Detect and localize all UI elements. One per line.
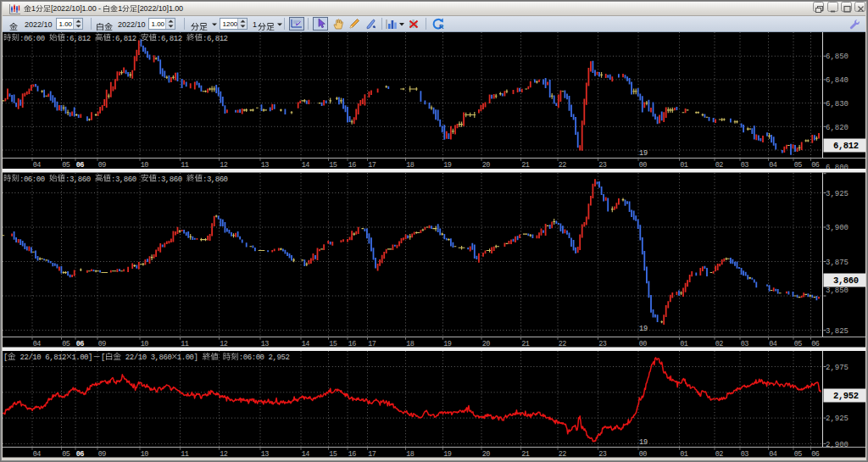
svg-text:04: 04: [33, 450, 42, 459]
svg-text:16: 16: [348, 340, 357, 348]
svg-text:6,840: 6,840: [826, 76, 849, 85]
svg-text:22: 22: [559, 161, 567, 170]
svg-text:12: 12: [220, 340, 228, 348]
svg-text:19: 19: [639, 149, 648, 158]
svg-text:05: 05: [794, 161, 803, 170]
svg-text:16: 16: [348, 161, 357, 170]
svg-text:19: 19: [443, 450, 452, 459]
svg-text:00: 00: [639, 161, 648, 170]
svg-text:20: 20: [482, 450, 491, 459]
svg-text:[: [: [101, 353, 105, 362]
svg-text:00: 00: [639, 340, 648, 348]
svg-text:04: 04: [33, 340, 42, 348]
svg-text:6,820: 6,820: [826, 124, 849, 132]
svg-text:14: 14: [302, 161, 310, 170]
svg-text:21: 21: [521, 450, 530, 459]
svg-text:21: 21: [521, 340, 530, 348]
svg-text::06:00: :06:00: [19, 175, 49, 184]
svg-text:05: 05: [794, 450, 803, 459]
svg-text:11: 11: [181, 161, 189, 170]
svg-text:04: 04: [769, 340, 777, 348]
svg-text:19: 19: [443, 161, 452, 170]
svg-text:10: 10: [141, 161, 149, 170]
svg-text:04: 04: [33, 161, 42, 170]
svg-text:1.00]: 1.00]: [177, 353, 203, 362]
svg-text:14: 14: [302, 340, 310, 348]
svg-text:02: 02: [715, 161, 724, 170]
svg-text:06: 06: [76, 450, 85, 459]
svg-text:13: 13: [261, 450, 270, 459]
svg-text:14: 14: [302, 450, 310, 459]
svg-text:2,952: 2,952: [833, 391, 859, 401]
svg-text::06:00: :06:00: [19, 35, 49, 43]
svg-text:06: 06: [76, 340, 85, 348]
svg-text:03: 03: [741, 340, 749, 348]
svg-text:15: 15: [329, 340, 337, 348]
svg-text:03: 03: [741, 450, 749, 459]
svg-text:19: 19: [443, 340, 452, 348]
svg-text:21: 21: [521, 161, 530, 170]
svg-text:3,860: 3,860: [833, 276, 859, 286]
svg-text:19: 19: [639, 438, 648, 447]
svg-text::6,812: :6,812: [157, 35, 186, 43]
svg-text:11: 11: [181, 340, 189, 348]
svg-text:6,850: 6,850: [826, 53, 849, 61]
svg-text:06: 06: [76, 161, 85, 170]
svg-text:17: 17: [368, 450, 376, 459]
svg-text:3,875: 3,875: [826, 259, 849, 267]
svg-text:1.00]: 1.00]: [71, 353, 92, 362]
svg-text:05: 05: [794, 340, 803, 348]
svg-text:06: 06: [811, 340, 820, 348]
svg-text:22: 22: [559, 450, 567, 459]
svg-text:05: 05: [62, 450, 70, 459]
svg-text:11: 11: [181, 450, 189, 459]
svg-text::6,812: :6,812: [111, 35, 141, 43]
svg-text:22: 22: [559, 340, 567, 348]
svg-text:01: 01: [680, 161, 688, 170]
svg-text:03: 03: [741, 161, 749, 170]
svg-text::6,812: :6,812: [203, 35, 228, 43]
svg-text:02: 02: [715, 340, 724, 348]
svg-text:2,925: 2,925: [826, 415, 849, 423]
svg-text:04: 04: [769, 450, 777, 459]
svg-text::3,860: :3,860: [65, 175, 95, 184]
svg-text:10: 10: [141, 340, 149, 348]
svg-text:23: 23: [598, 340, 607, 348]
svg-text:01: 01: [680, 340, 688, 348]
svg-text:16: 16: [348, 450, 357, 459]
svg-text:01: 01: [680, 450, 688, 459]
svg-text:17: 17: [368, 340, 376, 348]
svg-text:00: 00: [639, 450, 648, 459]
svg-text:12: 12: [220, 450, 228, 459]
svg-text:19: 19: [639, 325, 648, 333]
svg-text:22/10 6,812: 22/10 6,812: [16, 353, 67, 362]
svg-text:15: 15: [329, 450, 337, 459]
svg-text::3,860: :3,860: [111, 175, 141, 184]
svg-text:3,850: 3,850: [826, 287, 849, 295]
svg-text::6,812: :6,812: [65, 35, 95, 43]
svg-text:17: 17: [368, 161, 376, 170]
svg-text:18: 18: [406, 450, 415, 459]
svg-text:23: 23: [598, 161, 607, 170]
svg-text:6,812: 6,812: [833, 141, 859, 151]
svg-text:6,830: 6,830: [826, 100, 849, 109]
svg-text:04: 04: [769, 161, 777, 170]
svg-text:3,925: 3,925: [826, 190, 849, 198]
svg-text:09: 09: [98, 340, 107, 348]
svg-text:06: 06: [811, 161, 820, 170]
svg-text:20: 20: [482, 161, 491, 170]
svg-text:2,975: 2,975: [826, 364, 849, 372]
svg-text:[: [: [3, 353, 8, 362]
svg-text:12: 12: [220, 161, 228, 170]
svg-text:05: 05: [62, 340, 70, 348]
svg-text:09: 09: [98, 161, 107, 170]
svg-text:R: R: [439, 23, 444, 31]
svg-text:18: 18: [406, 340, 415, 348]
svg-text:02: 02: [715, 450, 724, 459]
svg-text::06:00 2,952: :06:00 2,952: [239, 353, 290, 362]
svg-text:22/10 3,860: 22/10 3,860: [121, 353, 172, 362]
svg-text:13: 13: [261, 340, 270, 348]
svg-text:18: 18: [406, 161, 415, 170]
svg-text:09: 09: [98, 450, 107, 459]
svg-text:3,900: 3,900: [826, 224, 849, 232]
